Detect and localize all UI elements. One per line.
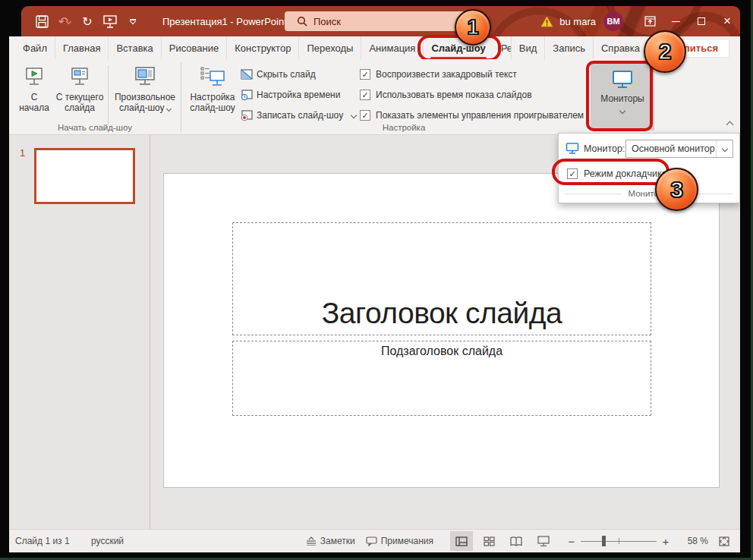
chevron-down-icon xyxy=(721,146,727,152)
avatar[interactable]: BM xyxy=(603,11,623,31)
ribbon: С начала С текущего слайда xyxy=(9,59,740,135)
powerpoint-window: ↶ ↻ Презентация1 - PowerPoint xyxy=(9,6,740,552)
checkbox-play-narrations[interactable]: ✓ Воспроизвести закадровый текст xyxy=(360,67,517,82)
language-indicator[interactable]: русский xyxy=(91,530,124,552)
comments-toggle[interactable]: Примечания xyxy=(366,530,433,552)
dropdown-chevron-icon xyxy=(166,106,172,112)
view-slide-sorter-button[interactable] xyxy=(477,531,500,551)
maximize-button[interactable] xyxy=(688,6,714,36)
tab-design[interactable]: Конструктор xyxy=(226,36,298,59)
zoom-out-button[interactable]: − xyxy=(567,535,576,548)
ribbon-display-options-icon xyxy=(644,16,656,27)
hide-slide-button[interactable]: Скрыть слайд xyxy=(241,66,316,83)
minimize-icon xyxy=(672,21,680,22)
checkbox-icon: ✓ xyxy=(360,69,370,80)
tab-home[interactable]: Главная xyxy=(55,36,108,59)
undo-dropdown-icon xyxy=(66,18,71,24)
tab-view[interactable]: Вид xyxy=(511,36,545,59)
view-normal-button[interactable] xyxy=(450,531,473,551)
status-bar: Слайд 1 из 1 русский Заметки Примечания xyxy=(9,529,740,552)
ribbon-tab-bar: Файл Главная Вставка Рисование Конструкт… xyxy=(9,36,740,59)
monitor-label: Монитор: xyxy=(584,143,625,154)
subtitle-placeholder[interactable]: Подзаголовок слайда xyxy=(232,341,651,416)
tab-review[interactable]: Рецензирование xyxy=(493,36,511,59)
tab-insert[interactable]: Вставка xyxy=(108,36,160,59)
slideshow-icon xyxy=(103,15,117,28)
slide-counter[interactable]: Слайд 1 из 1 xyxy=(15,530,70,552)
checkbox-icon: ✓ xyxy=(567,168,578,179)
undo-button[interactable]: ↶ xyxy=(55,11,74,32)
titlebar-right: bu mara BM × xyxy=(540,6,740,36)
view-normal-icon xyxy=(455,536,468,546)
tab-file[interactable]: Файл xyxy=(9,36,55,59)
setup-slideshow-button[interactable]: Настройка слайд-шоу xyxy=(185,62,240,127)
zoom-slider-thumb[interactable] xyxy=(602,536,606,546)
group-label-start-slideshow: Начать слайд-шоу xyxy=(9,123,181,132)
from-beginning-button[interactable]: С начала xyxy=(15,62,53,127)
document-title: Презентация1 - PowerPoint xyxy=(162,16,287,27)
monitor-select-value: Основной монитор xyxy=(632,143,715,154)
zoom-slider-center-tick xyxy=(619,538,619,544)
group-label-setup: Настройка xyxy=(185,123,622,132)
alert-button[interactable] xyxy=(540,6,553,36)
dropdown-chevron-icon xyxy=(351,112,357,118)
custom-slideshow-button[interactable]: Произвольное слайд-шоу xyxy=(111,62,179,127)
title-placeholder[interactable]: Заголовок слайда xyxy=(232,222,651,335)
notes-toggle[interactable]: Заметки xyxy=(306,530,355,552)
monitor-icon xyxy=(612,71,633,89)
chevron-up-icon xyxy=(726,121,734,129)
tab-help[interactable]: Справка xyxy=(593,36,647,59)
notes-icon xyxy=(306,536,317,546)
from-current-slide-button[interactable]: С текущего слайда xyxy=(53,62,106,127)
monitors-dropdown-panel: Монитор: Основной монитор ✓ Режим доклад… xyxy=(558,133,740,203)
collapse-ribbon-button[interactable] xyxy=(727,119,733,130)
setup-slideshow-icon xyxy=(200,62,225,88)
thumbnail-number: 1 xyxy=(20,147,25,159)
presenter-mode-label: Режим докладчика xyxy=(584,168,667,179)
tab-animations[interactable]: Анимация xyxy=(361,36,423,59)
tab-transitions[interactable]: Переходы xyxy=(298,36,361,59)
record-slideshow-button[interactable]: Записать слайд-шоу xyxy=(241,107,356,124)
view-reading-button[interactable] xyxy=(505,531,528,551)
monitors-button[interactable]: Мониторы xyxy=(591,63,654,131)
monitor-row: Монитор: xyxy=(566,143,625,154)
tab-record[interactable]: Запись xyxy=(544,36,593,59)
fit-to-window-button[interactable] xyxy=(713,531,736,551)
qat-customize-button[interactable] xyxy=(123,11,143,32)
rehearse-timings-button[interactable]: Настройка времени xyxy=(241,87,340,103)
checkbox-use-timings[interactable]: ✓ Использовать время показа слайдов xyxy=(360,87,532,102)
annotation-step-badge-3: 3 xyxy=(655,168,698,211)
search-placeholder: Поиск xyxy=(313,16,341,27)
annotation-step-badge-1: 1 xyxy=(455,9,491,46)
separator xyxy=(108,65,109,124)
warning-icon xyxy=(540,16,553,27)
combo-dropdown-button[interactable] xyxy=(716,140,733,157)
hide-slide-icon xyxy=(241,69,253,80)
redo-button[interactable]: ↻ xyxy=(77,11,97,32)
slide-thumbnail[interactable] xyxy=(34,148,135,204)
save-button[interactable] xyxy=(32,11,52,32)
monitor-icon xyxy=(566,143,579,154)
search-input[interactable]: Поиск xyxy=(285,11,471,31)
custom-slideshow-icon xyxy=(132,62,158,88)
group-separator xyxy=(181,62,181,132)
start-slideshow-qat-button[interactable] xyxy=(100,11,120,32)
annotation-step-badge-2: 2 xyxy=(644,30,686,73)
checkbox-show-media-controls[interactable]: ✓ Показать элементы управления проигрыва… xyxy=(360,108,584,123)
save-icon xyxy=(36,15,49,28)
zoom-level[interactable]: 58 % xyxy=(681,536,708,546)
close-button[interactable]: × xyxy=(714,6,740,36)
zoom-in-button[interactable]: + xyxy=(661,535,670,548)
tab-draw[interactable]: Рисование xyxy=(161,36,226,59)
title-bar: ↶ ↻ Презентация1 - PowerPoint xyxy=(21,6,740,36)
monitor-select[interactable]: Основной монитор xyxy=(625,140,733,158)
view-slideshow-button[interactable] xyxy=(532,531,555,551)
slide-canvas[interactable]: Заголовок слайда Подзаголовок слайда xyxy=(163,173,720,488)
user-name[interactable]: bu mara xyxy=(559,16,596,27)
zoom-slider[interactable] xyxy=(581,536,657,546)
presenter-mode-checkbox[interactable]: ✓ Режим докладчика xyxy=(567,168,667,179)
group-label-monitors: Мониторы xyxy=(559,189,739,198)
view-slide-sorter-icon xyxy=(484,536,495,546)
panel-divider[interactable] xyxy=(150,135,150,529)
from-current-slide-icon xyxy=(69,62,90,88)
